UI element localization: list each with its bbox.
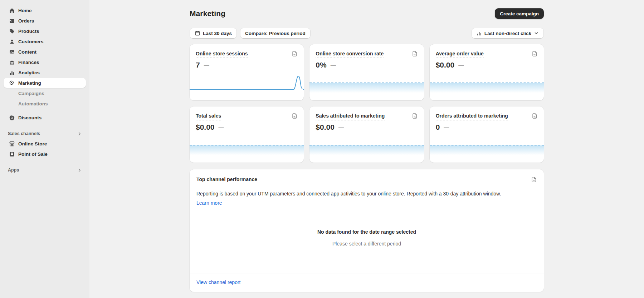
sidebar-item-label: Content [18, 49, 36, 55]
metric-title[interactable]: Online store sessions [196, 51, 248, 58]
sidebar-item-online-store[interactable]: Online Store [4, 139, 86, 149]
sidebar-item-marketing[interactable]: Marketing [4, 78, 86, 88]
metric-delta: — [458, 62, 464, 68]
section-label: Apps [8, 168, 19, 173]
page-header: Marketing Create campaign [190, 8, 544, 19]
discounts-icon [9, 115, 15, 121]
metric-card-sales-attributed: Sales attributed to marketing $0.00 — [309, 106, 424, 163]
sidebar-item-label: Automations [18, 101, 48, 106]
metric-title[interactable]: Average order value [436, 51, 484, 58]
sidebar-section-apps[interactable]: Apps [0, 165, 89, 175]
learn-more-link[interactable]: Learn more [196, 200, 222, 206]
chevron-down-icon [534, 31, 539, 36]
sparkline-gradient [430, 83, 544, 93]
sidebar-item-analytics[interactable]: Analytics [4, 68, 86, 78]
marketing-target-icon [9, 80, 15, 86]
sidebar: Home Orders Products Customers Content [0, 0, 89, 298]
compare-button[interactable]: Compare: Previous period [240, 28, 311, 39]
attribution-label: Last non-direct click [484, 31, 531, 36]
sidebar-item-products[interactable]: Products [4, 26, 86, 36]
view-channel-report-link[interactable]: View channel report [196, 279, 240, 285]
empty-state-title: No data found for the date range selecte… [317, 229, 416, 235]
attribution-dropdown[interactable]: Last non-direct click [472, 28, 544, 39]
section-label: Sales channels [8, 131, 40, 136]
customers-icon [9, 39, 15, 45]
sidebar-item-finances[interactable]: Finances [4, 57, 86, 67]
metric-title[interactable]: Orders attributed to marketing [436, 113, 508, 120]
flat-dashed-sparkline [309, 145, 424, 145]
sidebar-item-automations[interactable]: Automations [4, 99, 86, 109]
metric-title[interactable]: Sales attributed to marketing [316, 113, 385, 120]
sidebar-item-label: Analytics [18, 70, 40, 75]
metric-value: 7 [196, 61, 200, 69]
metric-value: 0 [436, 123, 440, 131]
metric-delta: — [219, 124, 224, 130]
filter-bar: Last 30 days Compare: Previous period La… [190, 28, 544, 39]
sidebar-item-campaigns[interactable]: Campaigns [4, 88, 86, 98]
sidebar-item-customers[interactable]: Customers [4, 36, 86, 46]
metric-value: $0.00 [316, 123, 335, 131]
report-icon[interactable] [532, 51, 538, 57]
flat-dashed-sparkline [430, 145, 544, 145]
metric-value: $0.00 [436, 61, 455, 69]
sparkline-gradient [309, 83, 424, 93]
column-chart-icon [477, 31, 482, 36]
sidebar-item-label: Online Store [18, 141, 47, 146]
storefront-icon [9, 141, 15, 147]
sidebar-item-label: Customers [18, 39, 44, 44]
sidebar-item-label: Orders [18, 18, 34, 24]
chevron-right-icon [77, 131, 82, 136]
pos-bag-icon [9, 151, 15, 157]
date-range-button[interactable]: Last 30 days [190, 28, 237, 39]
orders-icon [9, 18, 15, 24]
sidebar-item-label: Marketing [18, 80, 41, 86]
metric-card-total-sales: Total sales $0.00 — [190, 106, 304, 163]
channel-card-title: Top channel performance [196, 177, 257, 182]
report-icon[interactable] [412, 113, 418, 119]
date-range-label: Last 30 days [203, 31, 232, 36]
sparkline-gradient [190, 145, 304, 155]
home-icon [9, 8, 15, 14]
compare-label: Compare: Previous period [245, 31, 306, 36]
report-icon[interactable] [532, 113, 538, 119]
metric-card-average-order-value: Average order value $0.00 — [430, 44, 544, 100]
sidebar-item-orders[interactable]: Orders [4, 16, 86, 26]
create-campaign-button[interactable]: Create campaign [495, 8, 544, 19]
sidebar-item-content[interactable]: Content [4, 47, 86, 57]
report-icon[interactable] [292, 51, 298, 57]
metric-value: $0.00 [196, 123, 215, 131]
metric-title[interactable]: Online store conversion rate [316, 51, 384, 58]
metrics-grid: Online store sessions 7 — Online stor [190, 44, 544, 163]
sparkline-gradient [430, 145, 544, 155]
metric-title[interactable]: Total sales [196, 113, 221, 120]
finances-bank-icon [9, 59, 15, 65]
products-tag-icon [9, 28, 15, 34]
content-icon [9, 49, 15, 55]
empty-state-subtitle: Please select a different period [332, 241, 401, 247]
sidebar-item-home[interactable]: Home [4, 5, 86, 15]
metric-delta: — [204, 62, 209, 68]
report-icon[interactable] [412, 51, 418, 57]
report-icon[interactable] [531, 177, 537, 183]
top-channel-performance-card: Top channel performance Reporting is bas… [190, 169, 544, 292]
metric-card-conversion-rate: Online store conversion rate 0% — [309, 44, 424, 100]
channel-card-footer: View channel report [190, 273, 544, 292]
flat-dashed-sparkline [309, 83, 424, 83]
sidebar-item-discounts[interactable]: Discounts [4, 113, 86, 123]
sidebar-item-label: Point of Sale [18, 152, 48, 157]
main-nav: Home Orders Products Customers Content [0, 5, 89, 175]
sparkline-gradient [309, 145, 424, 155]
sidebar-section-sales-channels[interactable]: Sales channels [0, 129, 89, 139]
empty-state: No data found for the date range selecte… [190, 206, 544, 273]
calendar-icon [195, 30, 200, 36]
metric-card-online-store-sessions: Online store sessions 7 — [190, 44, 304, 100]
page-title: Marketing [190, 9, 225, 18]
sidebar-item-label: Campaigns [18, 91, 44, 96]
channel-card-description: Reporting is based on your UTM parameter… [196, 190, 537, 198]
report-icon[interactable] [292, 113, 298, 119]
sidebar-item-label: Discounts [18, 115, 42, 120]
metric-delta: — [331, 62, 336, 68]
metric-value: 0% [316, 61, 326, 69]
sidebar-item-label: Products [18, 29, 39, 34]
sidebar-item-point-of-sale[interactable]: Point of Sale [4, 149, 86, 159]
